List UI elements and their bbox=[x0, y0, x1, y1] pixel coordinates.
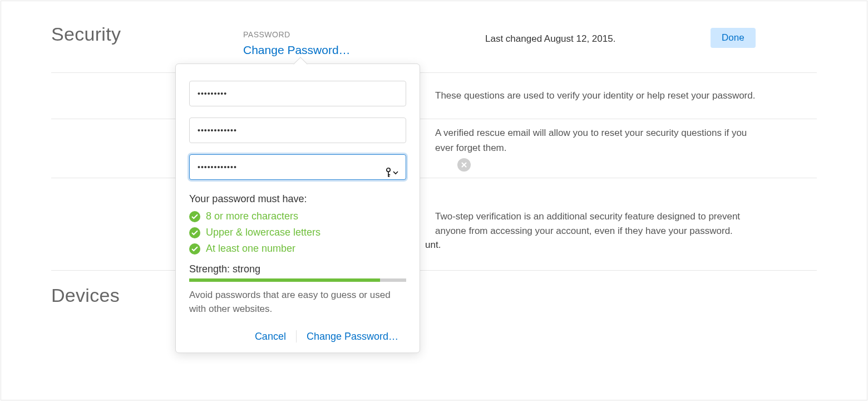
new-password-input[interactable] bbox=[189, 118, 406, 143]
obscured-text-fragment: unt. bbox=[425, 239, 441, 251]
password-rule-text: 8 or more characters bbox=[206, 211, 298, 222]
done-button[interactable]: Done bbox=[711, 28, 756, 48]
password-rule: At least one number bbox=[189, 243, 406, 255]
devices-heading: Devices bbox=[51, 285, 817, 306]
change-password-popover: Your password must have: 8 or more chara… bbox=[175, 63, 420, 353]
password-strength-label: Strength: strong bbox=[189, 263, 406, 275]
last-changed-text: Last changed August 12, 2015. bbox=[485, 23, 711, 45]
change-password-button[interactable]: Change Password… bbox=[297, 331, 408, 343]
password-rule-text: At least one number bbox=[206, 243, 295, 255]
cancel-button[interactable]: Cancel bbox=[245, 331, 296, 343]
change-password-link[interactable]: Change Password… bbox=[243, 43, 351, 57]
password-rule: Upper & lowercase letters bbox=[189, 227, 406, 238]
two-step-info: Two-step verification is an additional s… bbox=[435, 209, 761, 239]
password-rule-text: Upper & lowercase letters bbox=[206, 227, 320, 238]
password-hint-text: Avoid passwords that are easy to guess o… bbox=[189, 288, 406, 316]
confirm-password-input[interactable] bbox=[189, 154, 406, 180]
security-heading: Security bbox=[51, 23, 243, 45]
checkmark-icon bbox=[189, 243, 200, 255]
account-settings-page: Security PASSWORD Change Password… Last … bbox=[1, 1, 867, 400]
password-strength-fill bbox=[189, 278, 380, 282]
password-rule: 8 or more characters bbox=[189, 211, 406, 222]
current-password-input[interactable] bbox=[189, 81, 406, 106]
checkmark-icon bbox=[189, 227, 200, 238]
security-header-row: Security PASSWORD Change Password… Last … bbox=[51, 23, 817, 57]
clear-input-icon[interactable] bbox=[457, 158, 471, 172]
checkmark-icon bbox=[189, 211, 200, 222]
password-field-label: PASSWORD bbox=[243, 30, 485, 39]
security-questions-info: These questions are used to verify your … bbox=[435, 89, 761, 103]
password-rules-title: Your password must have: bbox=[189, 193, 406, 205]
rescue-email-info: A verified rescue email will allow you t… bbox=[435, 126, 761, 155]
password-strength-bar bbox=[189, 278, 406, 282]
